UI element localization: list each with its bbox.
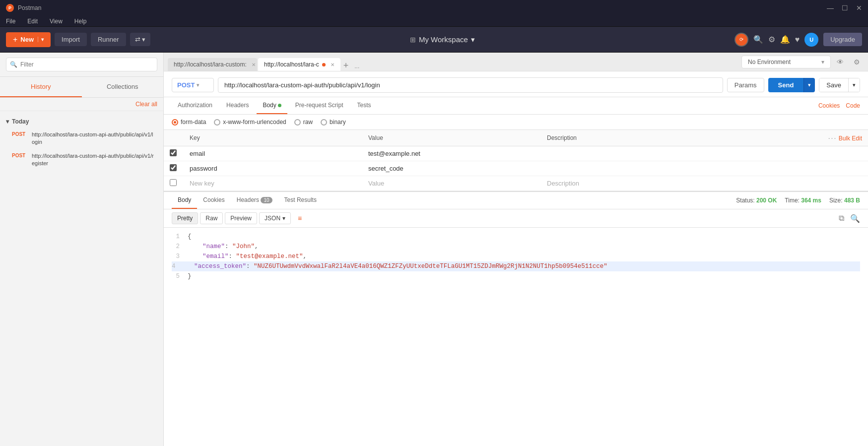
- user-avatar[interactable]: U: [804, 33, 818, 47]
- preview-button[interactable]: Preview: [225, 212, 257, 224]
- line-num-5: 5: [172, 271, 180, 281]
- tab-prerequest[interactable]: Pre-request Script: [289, 97, 349, 114]
- key-col-header: Key: [184, 130, 362, 146]
- history-url: http://localhost/lara-custom-api-auth/pu…: [32, 152, 155, 168]
- title-bar: P Postman — ☐ ✕: [0, 0, 868, 16]
- more-tabs-button[interactable]: ···: [351, 64, 362, 71]
- row1-checkbox[interactable]: [170, 149, 177, 156]
- resp-tab-body[interactable]: Body: [172, 192, 197, 209]
- raw-button[interactable]: Raw: [200, 212, 223, 224]
- window-controls[interactable]: — ☐ ✕: [827, 4, 862, 12]
- urlencoded-radio[interactable]: x-www-form-urlencoded: [214, 119, 286, 126]
- search-response-button[interactable]: 🔍: [850, 214, 860, 223]
- new-desc-input[interactable]: [547, 180, 802, 187]
- new-key-input[interactable]: [190, 180, 356, 187]
- params-button[interactable]: Params: [727, 78, 764, 92]
- row2-checkbox[interactable]: [170, 164, 177, 171]
- cookies-link[interactable]: Cookies: [818, 102, 840, 109]
- send-dropdown-button[interactable]: ▾: [803, 78, 815, 92]
- save-button[interactable]: Save: [819, 78, 848, 92]
- tab-close-2[interactable]: ✕: [331, 62, 334, 67]
- tab-history[interactable]: History: [0, 77, 82, 97]
- menu-edit[interactable]: Edit: [25, 17, 40, 26]
- import-button[interactable]: Import: [55, 33, 87, 46]
- env-label: No Environment: [748, 59, 791, 65]
- pretty-button[interactable]: Pretty: [172, 212, 198, 224]
- content-area: http://localhost/lara-custom: ✕ http://l…: [164, 53, 868, 446]
- tab-headers[interactable]: Headers: [220, 97, 255, 114]
- tab-body[interactable]: Body: [257, 97, 287, 114]
- workspace-dropdown-icon[interactable]: ▾: [471, 35, 475, 44]
- size-value: 483 B: [844, 197, 860, 204]
- sidebar-search-area: 🔍: [0, 53, 163, 77]
- binary-label: binary: [330, 119, 346, 126]
- response-meta: Status: 200 OK Time: 364 ms Size: 483 B: [736, 197, 860, 204]
- main-layout: 🔍 History Collections Clear all ▾ Today …: [0, 53, 868, 446]
- notifications-icon[interactable]: 🔔: [780, 35, 790, 44]
- request-tab-2[interactable]: http://localhost/lara-c ✕: [258, 58, 340, 71]
- prettify-icon-button[interactable]: ≡: [293, 212, 307, 224]
- code-content-4: "access_token": "NUZ6UTUwdmVvdWxwalFaR2l…: [179, 263, 607, 270]
- resp-tab-test-results[interactable]: Test Results: [278, 192, 323, 209]
- close-button[interactable]: ✕: [856, 4, 862, 12]
- sync-status-icon[interactable]: ⟳: [734, 33, 748, 47]
- table-row-new: [164, 176, 868, 191]
- heart-icon[interactable]: ♥: [795, 35, 800, 44]
- workspace-selector[interactable]: ⊞ My Workspace ▾: [410, 35, 475, 44]
- resp-tab-headers[interactable]: Headers 10: [231, 192, 278, 209]
- today-section[interactable]: ▾ Today: [0, 115, 163, 128]
- row1-actions: [808, 146, 868, 161]
- workspace-center: ⊞ My Workspace ▾: [154, 35, 730, 44]
- resp-tab-cookies[interactable]: Cookies: [197, 192, 230, 209]
- settings-icon[interactable]: ⚙: [768, 35, 775, 44]
- sidebar-content: ▾ Today POST http://localhost/lara-custo…: [0, 111, 163, 446]
- copy-icon-button[interactable]: ⧉: [839, 214, 844, 223]
- env-settings-button[interactable]: ⚙: [850, 56, 864, 68]
- new-row-checkbox[interactable]: [170, 179, 177, 186]
- urlencoded-radio-dot: [214, 119, 220, 126]
- new-button[interactable]: + New ▾: [6, 32, 51, 47]
- actions-col-header: ··· Bulk Edit: [808, 130, 868, 146]
- new-tab-button[interactable]: +: [341, 61, 351, 71]
- menu-file[interactable]: File: [4, 17, 17, 26]
- environment-selector[interactable]: No Environment ▾: [741, 56, 831, 68]
- bulk-edit-button[interactable]: Bulk Edit: [839, 135, 862, 142]
- url-input[interactable]: [218, 77, 723, 93]
- search-icon[interactable]: 🔍: [753, 35, 763, 44]
- menu-help[interactable]: Help: [72, 17, 89, 26]
- form-data-radio[interactable]: form-data: [172, 119, 206, 126]
- checkbox-col-header: [164, 130, 184, 146]
- today-label: Today: [12, 118, 29, 125]
- new-dropdown-arrow[interactable]: ▾: [38, 37, 44, 42]
- env-eye-button[interactable]: 👁: [833, 56, 848, 68]
- new-label: New: [20, 36, 34, 43]
- code-link[interactable]: Code: [846, 102, 860, 109]
- form-data-table-wrapper: Key Value Description ··· Bulk Edit: [164, 130, 868, 191]
- list-item[interactable]: POST http://localhost/lara-custom-api-au…: [0, 149, 163, 171]
- clear-all-button[interactable]: Clear all: [135, 101, 157, 108]
- tab-close-1[interactable]: ✕: [252, 62, 256, 67]
- request-tab-1[interactable]: http://localhost/lara-custom: ✕: [168, 58, 257, 71]
- runner-button[interactable]: Runner: [91, 33, 126, 46]
- raw-radio[interactable]: raw: [294, 119, 313, 126]
- binary-radio[interactable]: binary: [321, 119, 346, 126]
- more-button[interactable]: ···: [828, 134, 837, 142]
- tab-tests[interactable]: Tests: [351, 97, 377, 114]
- tab-authorization[interactable]: Authorization: [172, 97, 218, 114]
- upgrade-button[interactable]: Upgrade: [823, 33, 862, 46]
- sync-button[interactable]: ⇄ ▾: [130, 33, 151, 46]
- send-button[interactable]: Send: [768, 78, 804, 92]
- minimize-button[interactable]: —: [827, 4, 834, 12]
- format-dropdown[interactable]: JSON ▾: [259, 212, 291, 224]
- tab-collections[interactable]: Collections: [82, 77, 164, 97]
- save-dropdown-button[interactable]: ▾: [848, 78, 860, 92]
- save-button-group: Save ▾: [819, 78, 860, 92]
- code-line-1: 1 {: [172, 232, 860, 242]
- maximize-button[interactable]: ☐: [842, 4, 848, 12]
- filter-input[interactable]: [6, 58, 157, 71]
- list-item[interactable]: POST http://localhost/lara-custom-api-au…: [0, 128, 163, 149]
- menu-view[interactable]: View: [48, 17, 65, 26]
- method-selector[interactable]: POST ▾: [172, 78, 214, 92]
- new-value-input[interactable]: [368, 180, 535, 187]
- line-num-4: 4: [172, 263, 176, 270]
